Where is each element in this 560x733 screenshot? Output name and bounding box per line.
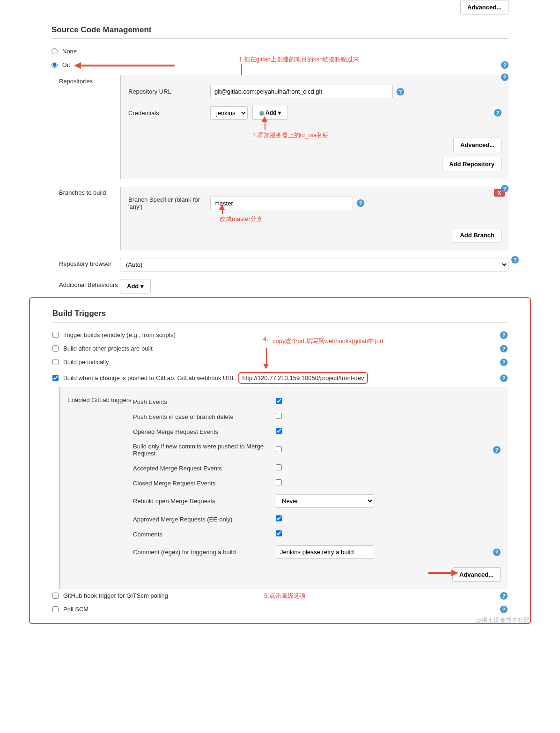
- event-text-input[interactable]: [276, 545, 374, 559]
- help-icon[interactable]: ?: [500, 331, 508, 339]
- add-repository-button[interactable]: Add Repository: [442, 157, 501, 171]
- help-icon[interactable]: ?: [493, 549, 501, 556]
- trigger-periodic-checkbox[interactable]: [52, 359, 59, 365]
- add-behaviour-button[interactable]: Add ▾: [120, 279, 151, 293]
- trigger-after-checkbox[interactable]: [52, 345, 59, 352]
- event-checkbox[interactable]: [276, 479, 282, 485]
- poll-scm-label: Poll SCM: [63, 606, 88, 613]
- add-branch-button[interactable]: Add Branch: [453, 228, 501, 242]
- event-label: Closed Merge Request Events: [133, 480, 276, 487]
- scm-none-radio[interactable]: [52, 48, 58, 54]
- poll-scm-checkbox[interactable]: [52, 606, 59, 612]
- event-checkbox[interactable]: [276, 464, 282, 470]
- help-icon[interactable]: ?: [500, 359, 508, 366]
- scm-title: Source Code Management: [52, 22, 508, 39]
- help-icon[interactable]: ?: [511, 256, 519, 264]
- event-label: Comments: [133, 531, 276, 538]
- add-credentials-button[interactable]: Add ▾: [252, 106, 288, 120]
- key-icon: [259, 111, 264, 116]
- help-icon[interactable]: ?: [357, 199, 364, 207]
- github-hook-label: GitHub hook trigger for GITScm polling: [63, 592, 168, 599]
- help-icon[interactable]: ?: [501, 73, 508, 81]
- advanced-button-top[interactable]: Advanced...: [460, 0, 508, 15]
- additional-behaviours-label: Additional Behaviours: [59, 279, 120, 288]
- watermark: @稀土掘金技术社区: [475, 616, 530, 624]
- annotation-5: 5.点击高级选项: [264, 592, 306, 600]
- event-checkbox[interactable]: [276, 446, 282, 452]
- github-hook-checkbox[interactable]: [52, 593, 59, 599]
- event-label: Push Events: [133, 398, 276, 405]
- help-icon[interactable]: ?: [493, 446, 501, 454]
- help-icon[interactable]: ?: [494, 109, 501, 117]
- trigger-gitlab-label: Build when a change is pushed to GitLab.…: [63, 372, 368, 384]
- branch-spec-label: Branch Specifier (blank for 'any'): [128, 196, 210, 210]
- triggers-advanced-button[interactable]: Advanced...: [452, 567, 501, 582]
- trigger-gitlab-checkbox[interactable]: [52, 375, 59, 381]
- event-label: Approved Merge Requests (EE-only): [133, 516, 276, 523]
- branches-label: Branches to build: [59, 187, 120, 196]
- event-checkbox[interactable]: [276, 428, 282, 434]
- event-label: Comment (regex) for triggering a build: [133, 549, 276, 556]
- event-label: Rebuild open Merge Requests: [133, 498, 276, 505]
- repositories-label: Repositories: [59, 75, 120, 85]
- advanced-button[interactable]: Advanced...: [453, 138, 501, 152]
- event-checkbox[interactable]: [276, 530, 282, 536]
- help-icon[interactable]: ?: [500, 592, 508, 600]
- event-checkbox[interactable]: [276, 413, 282, 419]
- repo-browser-label: Repository browser: [59, 258, 120, 267]
- credentials-label: Credentials: [128, 110, 210, 117]
- scm-git-radio[interactable]: [52, 62, 58, 68]
- trigger-remote-checkbox[interactable]: [52, 332, 59, 338]
- event-select[interactable]: Never: [276, 494, 374, 508]
- repo-browser-select[interactable]: (Auto): [120, 258, 508, 271]
- event-label: Build only if new commits were pushed to…: [133, 443, 276, 457]
- event-label: Opened Merge Request Events: [133, 428, 276, 435]
- help-icon[interactable]: ?: [500, 374, 508, 382]
- credentials-select[interactable]: jenkins: [210, 106, 248, 120]
- help-icon[interactable]: ?: [501, 61, 508, 69]
- event-label: Accepted Merge Request Events: [133, 465, 276, 472]
- repo-url-input[interactable]: [210, 85, 393, 98]
- help-icon[interactable]: ?: [501, 185, 508, 192]
- trigger-remote-label: Trigger builds remotely (e.g., from scri…: [63, 331, 176, 338]
- repo-url-label: Repository URL: [128, 88, 210, 95]
- annotation-3: 改成master分支: [220, 215, 263, 223]
- help-icon[interactable]: ?: [500, 345, 508, 352]
- scm-git-label: Git: [62, 61, 70, 68]
- webhook-url: http://120.77.213.159:10050/project/fron…: [238, 372, 368, 384]
- triggers-title: Build Triggers: [52, 305, 508, 323]
- help-icon[interactable]: ?: [397, 88, 404, 95]
- enabled-triggers-label: Enabled GitLab triggers: [67, 394, 133, 403]
- scm-none-label: None: [62, 48, 77, 55]
- help-icon[interactable]: ?: [500, 606, 508, 613]
- branch-spec-input[interactable]: [210, 197, 353, 210]
- event-label: Push Events in case of branch delete: [133, 413, 276, 420]
- event-checkbox[interactable]: [276, 398, 282, 404]
- trigger-after-label: Build after other projects are built: [63, 345, 153, 352]
- trigger-periodic-label: Build periodically: [63, 359, 109, 366]
- event-checkbox[interactable]: [276, 515, 282, 521]
